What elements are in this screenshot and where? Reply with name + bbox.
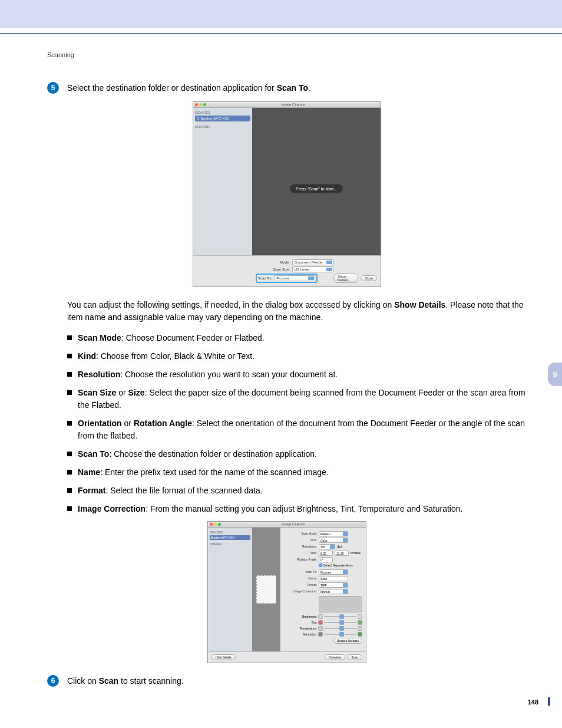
shared-header: SHARED xyxy=(195,125,250,129)
bullet-icon xyxy=(67,452,72,456)
saturation-slider[interactable]: Saturation: xyxy=(284,632,362,637)
step-5-text: Select the destination folder or destina… xyxy=(67,82,310,94)
imagecorr-label: Image Correction: xyxy=(284,589,317,593)
bullet-icon xyxy=(67,354,72,358)
sc2-title: Image Capture xyxy=(222,522,364,526)
rotation-label: Rotation Angle: xyxy=(284,558,317,561)
step-6-text: Click on Scan to start scanning. xyxy=(67,675,184,687)
close-icon[interactable] xyxy=(210,523,213,526)
bullet-icon xyxy=(67,488,72,493)
mode-label: Mode: xyxy=(256,261,290,264)
minimize-icon[interactable] xyxy=(199,103,202,106)
scanto-label: Scan To: xyxy=(284,570,317,574)
screenshot-2: Image Capture DEVICES Brother MFC-XXX SH… xyxy=(207,521,366,663)
sat-high-icon xyxy=(358,632,362,637)
histogram-placeholder xyxy=(319,596,362,612)
device-item[interactable]: ⎙ Brother MFC-XXX xyxy=(195,116,250,121)
rotation-input[interactable]: 0° xyxy=(319,557,333,562)
device-item[interactable]: Brother MFC-XXX xyxy=(210,535,250,540)
sun-dim-icon xyxy=(318,614,323,619)
sc1-sidebar: DEVICES ⎙ Brother MFC-XXX SHARED xyxy=(193,108,252,255)
checkbox-icon xyxy=(319,564,322,567)
scan-to-highlight: Scan To: Pictures xyxy=(256,274,318,283)
bullet-list: Scan Mode: Choose Document Feeder or Fla… xyxy=(67,332,527,515)
format-label: Format: xyxy=(284,583,317,587)
size-width-input[interactable]: 8.25 xyxy=(319,551,333,556)
scanmode-select[interactable]: Flatbed xyxy=(319,531,348,536)
header-bar xyxy=(0,0,562,28)
imagecorr-select[interactable]: Manual xyxy=(319,589,348,594)
step-6-badge: 6 xyxy=(47,675,59,687)
size-unit: inches xyxy=(351,551,361,555)
scanto-select[interactable]: Pictures xyxy=(319,569,348,575)
bullet-icon xyxy=(67,335,72,340)
scanto-select[interactable]: Pictures xyxy=(274,275,315,281)
resolution-unit: dpi xyxy=(337,545,342,548)
overview-button[interactable]: Overview xyxy=(325,654,345,660)
page-number: 148 xyxy=(528,699,538,706)
close-icon[interactable] xyxy=(195,103,198,106)
tint-red-icon xyxy=(318,620,323,625)
screenshot-2-wrap: Image Capture DEVICES Brother MFC-XXX SH… xyxy=(47,521,527,663)
scansize-select[interactable]: US Letter xyxy=(292,266,333,272)
scanto-label: Scan To: xyxy=(258,276,272,280)
intro-paragraph: You can adjust the following settings, i… xyxy=(67,299,527,324)
devices-header: DEVICES xyxy=(195,111,250,114)
minimize-icon[interactable] xyxy=(214,523,217,526)
bullet-kind: Kind: Choose from Color, Black & White o… xyxy=(67,350,527,363)
step-6: 6 Click on Scan to start scanning. xyxy=(47,675,527,687)
tint-slider[interactable]: Tint: xyxy=(284,620,362,625)
hide-details-button[interactable]: Hide Details xyxy=(211,654,236,660)
kind-label: Kind: xyxy=(284,538,317,542)
zoom-icon[interactable] xyxy=(203,103,206,106)
devices-header: DEVICES xyxy=(210,531,250,534)
scan-button[interactable]: Scan xyxy=(348,654,362,660)
bullet-scan-mode: Scan Mode: Choose Document Feeder or Fla… xyxy=(67,332,527,344)
scansize-label: Scan Size: xyxy=(256,268,290,271)
bullet-scan-to: Scan To: Choose the destination folder o… xyxy=(67,448,527,460)
bullet-image-correction: Image Correction: From the manual settin… xyxy=(67,503,527,515)
temp-warm-icon xyxy=(358,626,362,631)
bullet-icon xyxy=(67,390,72,395)
section-title: Scanning xyxy=(47,51,527,58)
sc2-preview xyxy=(252,528,280,651)
sat-low-icon xyxy=(318,632,323,637)
bullet-format: Format: Select the file format of the sc… xyxy=(67,485,527,497)
detect-checkbox[interactable]: Detect Separate Items xyxy=(319,564,362,567)
page-content: Scanning 5 Select the destination folder… xyxy=(0,34,562,717)
name-input[interactable]: Scan xyxy=(319,576,348,581)
bullet-icon xyxy=(67,506,72,511)
sc2-bottom-bar: Hide Details Overview Scan xyxy=(208,651,366,663)
sc2-titlebar: Image Capture xyxy=(208,522,366,528)
mode-select[interactable]: Document Feeder xyxy=(292,259,333,265)
resolution-select[interactable]: 150 xyxy=(319,544,335,549)
bullet-name: Name: Enter the prefix text used for the… xyxy=(67,466,527,479)
kind-select[interactable]: Color xyxy=(319,538,348,543)
size-height-input[interactable]: 11.69 xyxy=(335,551,349,556)
bullet-orientation: Orientation or Rotation Angle: Select th… xyxy=(67,417,527,442)
temp-cool-icon xyxy=(318,626,323,631)
scan-button[interactable]: Scan xyxy=(361,275,377,281)
sc2-controls: Scan Mode:Flatbed Kind:Color Resolution:… xyxy=(280,528,366,651)
temperature-slider[interactable]: Temperature: xyxy=(284,626,362,631)
preview-page[interactable] xyxy=(256,575,276,604)
step-5-badge: 5 xyxy=(47,82,59,94)
tint-green-icon xyxy=(358,620,362,625)
sc1-title: Image Capture xyxy=(207,103,379,106)
screenshot-1-wrap: Image Capture DEVICES ⎙ Brother MFC-XXX … xyxy=(47,101,527,287)
size-label: Size: xyxy=(284,551,317,555)
format-select[interactable]: TIFF xyxy=(319,582,348,588)
page-number-bar xyxy=(548,697,550,706)
printer-icon: ⎙ xyxy=(197,117,199,120)
sc1-controls: Mode: Document Feeder Scan Size: US Lett… xyxy=(193,255,381,286)
brightness-slider[interactable]: Brightness: xyxy=(284,614,362,619)
restore-defaults-button[interactable]: Restore Defaults xyxy=(333,638,362,644)
show-details-button[interactable]: Show Details xyxy=(333,274,358,283)
name-label: Name: xyxy=(284,577,317,580)
zoom-icon[interactable] xyxy=(218,523,221,526)
bullet-icon xyxy=(67,372,72,377)
chapter-tab[interactable]: 9 xyxy=(548,363,562,386)
screenshot-1: Image Capture DEVICES ⎙ Brother MFC-XXX … xyxy=(193,101,381,287)
step-5: 5 Select the destination folder or desti… xyxy=(47,82,527,94)
resolution-label: Resolution: xyxy=(284,545,317,548)
